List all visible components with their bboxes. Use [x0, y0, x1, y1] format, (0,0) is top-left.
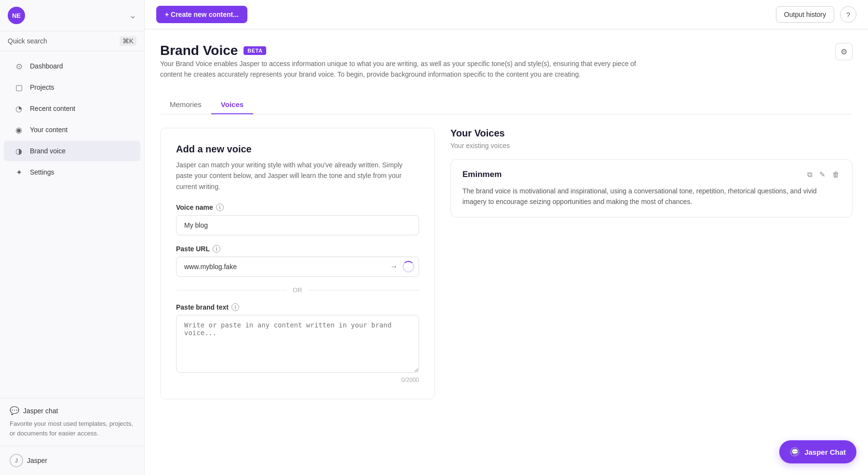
sidebar-item-projects[interactable]: ▢ Projects	[4, 77, 140, 97]
paste-brand-text-textarea[interactable]	[176, 315, 419, 373]
tab-voices[interactable]: Voices	[211, 95, 253, 114]
page-title-section: Brand Voice BETA Your Brand Voice enable…	[160, 43, 642, 90]
voice-name: Eminmem	[462, 170, 502, 179]
add-voice-form-card: Add a new voice Jasper can match your wr…	[160, 128, 435, 399]
url-arrow-icon: →	[390, 262, 398, 271]
topbar-right: Output history ?	[776, 6, 856, 23]
your-voices-section: Your Voices Your existing voices Eminmem…	[450, 128, 853, 399]
add-voice-title: Add a new voice	[176, 144, 419, 155]
textarea-wrapper: 0/2000	[176, 315, 419, 383]
jasper-logo: J	[10, 454, 23, 467]
dashboard-icon: ⊙	[14, 61, 24, 71]
page-header: Brand Voice BETA Your Brand Voice enable…	[160, 43, 853, 90]
jasper-chat-sidebar-label: Jasper chat	[23, 407, 58, 415]
page-title: Brand Voice	[160, 43, 238, 58]
sidebar-footer: J Jasper	[0, 446, 144, 475]
page-description: Your Brand Voice enables Jasper to acces…	[160, 58, 642, 80]
add-voice-description: Jasper can match your writing style with…	[176, 160, 419, 192]
your-content-icon: ◉	[14, 124, 24, 135]
quick-search-label: Quick search	[8, 37, 47, 45]
or-text: OR	[293, 286, 302, 294]
voice-card-header: Eminmem ⧉ ✎ 🗑	[462, 169, 841, 180]
topbar: + Create new content... Output history ?	[145, 0, 868, 29]
sidebar-footer-label: Jasper	[27, 457, 47, 464]
user-avatar[interactable]: NE	[8, 7, 25, 24]
sidebar-item-your-content[interactable]: ◉ Your content	[4, 120, 140, 140]
sidebar-nav: ⊙ Dashboard ▢ Projects ◔ Recent content …	[0, 51, 144, 398]
voice-name-label-text: Voice name	[176, 204, 213, 211]
copy-voice-button[interactable]: ⧉	[806, 169, 814, 180]
sidebar-item-brand-voice[interactable]: ◑ Brand voice	[4, 141, 140, 161]
url-input-wrapper: →	[176, 257, 419, 277]
output-history-button[interactable]: Output history	[776, 6, 834, 23]
your-voices-title: Your Voices	[450, 128, 853, 139]
settings-icon: ✦	[14, 167, 24, 177]
sidebar-item-dashboard[interactable]: ⊙ Dashboard	[4, 56, 140, 76]
voice-description: The brand voice is motivational and insp…	[462, 186, 841, 207]
sidebar-item-label-projects: Projects	[30, 83, 54, 91]
help-button[interactable]: ?	[840, 6, 856, 23]
sidebar-item-label-recent-content: Recent content	[30, 105, 75, 112]
jasper-chat-button-label: Jasper Chat	[804, 448, 846, 456]
paste-url-input[interactable]	[176, 257, 419, 277]
paste-brand-text-label: Paste brand text i	[176, 303, 419, 311]
recent-content-icon: ◔	[14, 103, 24, 114]
paste-brand-text-label-text: Paste brand text	[176, 303, 229, 311]
settings-icon: ⚙	[841, 47, 847, 56]
delete-voice-button[interactable]: 🗑	[831, 169, 841, 180]
jasper-chat-sidebar: 💬 Jasper chat Favorite your most used te…	[0, 398, 144, 446]
beta-badge: BETA	[244, 46, 266, 55]
quick-search[interactable]: Quick search ⌘K	[0, 31, 144, 51]
create-new-content-button[interactable]: + Create new content...	[156, 6, 247, 23]
brand-voice-icon: ◑	[14, 146, 24, 156]
chevron-down-icon[interactable]: ⌄	[129, 10, 136, 21]
voice-name-label: Voice name i	[176, 204, 419, 211]
keyboard-shortcut: ⌘K	[120, 36, 136, 46]
paste-url-info-icon[interactable]: i	[213, 245, 220, 253]
or-divider: OR	[176, 286, 419, 294]
sidebar-item-label-brand-voice: Brand voice	[30, 147, 66, 155]
edit-voice-button[interactable]: ✎	[818, 169, 827, 180]
tab-memories[interactable]: Memories	[160, 95, 211, 114]
chat-icon: 💬	[10, 406, 19, 415]
sidebar-item-settings[interactable]: ✦ Settings	[4, 162, 140, 182]
chat-bubble-icon: 💬	[790, 447, 800, 457]
sidebar-item-label-dashboard: Dashboard	[30, 62, 63, 70]
voice-name-input[interactable]	[176, 215, 419, 235]
sidebar-header: NE ⌄	[0, 0, 144, 31]
add-voice-section: Add a new voice Jasper can match your wr…	[160, 128, 435, 399]
sidebar-item-recent-content[interactable]: ◔ Recent content	[4, 98, 140, 119]
url-spinner	[403, 261, 414, 272]
page-settings-button[interactable]: ⚙	[835, 43, 853, 60]
paste-url-label: Paste URL i	[176, 245, 419, 253]
your-voices-subtitle: Your existing voices	[450, 142, 853, 149]
voice-name-info-icon[interactable]: i	[216, 204, 224, 211]
jasper-chat-sidebar-header: 💬 Jasper chat	[10, 406, 135, 415]
paste-brand-text-info-icon[interactable]: i	[231, 303, 239, 311]
sidebar-item-label-your-content: Your content	[30, 126, 68, 134]
jasper-chat-sidebar-description: Favorite your most used templates, proje…	[10, 419, 135, 438]
page-title-row: Brand Voice BETA	[160, 43, 642, 58]
two-column-layout: Add a new voice Jasper can match your wr…	[160, 128, 853, 399]
jasper-chat-button[interactable]: 💬 Jasper Chat	[779, 440, 856, 463]
voice-card: Eminmem ⧉ ✎ 🗑 The brand voice is motivat…	[450, 159, 853, 217]
sidebar: NE ⌄ Quick search ⌘K ⊙ Dashboard ▢ Proje…	[0, 0, 145, 475]
main-content: + Create new content... Output history ?…	[145, 0, 868, 475]
char-count: 0/2000	[176, 377, 419, 383]
page-content: Brand Voice BETA Your Brand Voice enable…	[145, 29, 868, 475]
projects-icon: ▢	[14, 82, 24, 93]
tabs: Memories Voices	[160, 95, 853, 114]
paste-url-label-text: Paste URL	[176, 245, 210, 253]
sidebar-item-label-settings: Settings	[30, 168, 54, 176]
voice-actions: ⧉ ✎ 🗑	[806, 169, 841, 180]
